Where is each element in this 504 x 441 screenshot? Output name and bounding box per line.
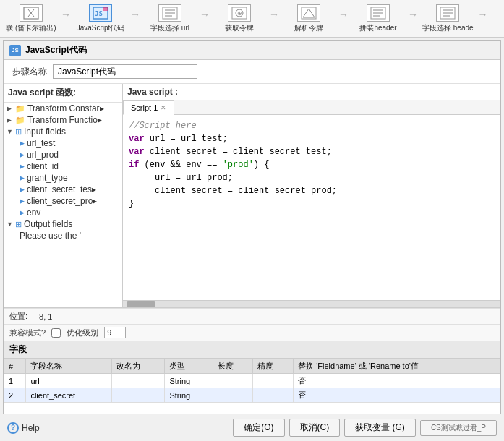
cell-num: 1: [4, 374, 26, 388]
right-panel: Java script : Script 1 ✕ //Script here v…: [123, 84, 500, 307]
cell-precision: [253, 374, 294, 388]
table-row[interactable]: 2 client_secret String 否: [4, 388, 500, 403]
fields-section: 字段 # 字段名称 改名为 类型 长度 精度 替换 'Fieldname' 或 …: [4, 341, 500, 403]
svg-text:JS: JS: [95, 10, 103, 17]
cell-length: [213, 374, 253, 388]
left-panel-header: Java script 函数:: [4, 84, 122, 103]
code-editor[interactable]: //Script here var url = url_test; var cl…: [123, 115, 500, 300]
tree-container[interactable]: ▶ 📁 Transform Constar▸ ▶ 📁 Transform Fun…: [4, 103, 122, 307]
cell-num: 2: [4, 388, 26, 403]
test-button[interactable]: CS测试瞧过君_P: [420, 420, 497, 436]
tree-item-input-fields[interactable]: ▼ ⊞ Input fields: [4, 126, 122, 137]
tree-item-env[interactable]: ▶ env: [4, 207, 122, 218]
step-name-input[interactable]: [53, 64, 197, 79]
col-precision: 精度: [253, 359, 294, 374]
position-label: 位置:: [9, 311, 27, 322]
step-parse-icon: [297, 4, 320, 22]
tree-item-client-id[interactable]: ▶ client_id: [4, 160, 122, 172]
step-assemble-label: 拼装header: [359, 23, 396, 33]
step-merge-label: 联 (笛卡尔输出): [6, 23, 56, 33]
folder-icon: 📁: [15, 104, 25, 114]
get-var-button[interactable]: 获取变量 (G): [344, 419, 416, 437]
status-row: 位置: 8, 1: [4, 308, 500, 325]
tree-item-url-test[interactable]: ▶ url_test: [4, 137, 122, 149]
tree-item-url-prod[interactable]: ▶ url_prod: [4, 149, 122, 160]
code-line-6: }: [129, 197, 495, 210]
cell-type: String: [165, 374, 213, 388]
output-group-icon: ⊞: [15, 220, 22, 229]
tree-label: client_secret_pro▸: [27, 196, 97, 206]
item-icon: ▶: [20, 140, 25, 147]
col-rename: 改名为: [112, 359, 165, 374]
step-js-label: JavaScript代码: [77, 23, 125, 33]
script-tab-1[interactable]: Script 1 ✕: [123, 100, 174, 115]
expand-icon-output: ▼: [7, 220, 14, 228]
cell-type: String: [165, 388, 213, 403]
step-merge[interactable]: 联 (笛卡尔输出): [6, 4, 56, 33]
cell-name: url: [26, 374, 112, 388]
tree-item-grant-type[interactable]: ▶ grant_type: [4, 172, 122, 184]
compat-checkbox[interactable]: [51, 328, 61, 338]
tree-label: Transform Constar▸: [27, 103, 104, 114]
item-icon: ▶: [20, 209, 25, 216]
item-icon: ▶: [20, 163, 25, 170]
tree-item-client-secret-prod[interactable]: ▶ client_secret_pro▸: [4, 195, 122, 207]
close-tab-icon[interactable]: ✕: [161, 104, 166, 111]
scrollbar-thumb: [127, 301, 155, 307]
tree-label: url_test: [27, 138, 55, 148]
tree-label: Transform Functio▸: [27, 115, 102, 125]
code-line-5: client_secret = client_secret_prod;: [129, 184, 495, 197]
help-button[interactable]: ? Help: [7, 422, 40, 434]
expand-icon-input: ▼: [7, 128, 14, 135]
col-replace: 替换 'Fieldname' 或 'Rename to'值: [294, 359, 500, 374]
horizontal-scrollbar[interactable]: [123, 300, 500, 307]
step-js[interactable]: JS JavaScript代码: [75, 4, 126, 33]
step-select-header-label: 字段选择 heade: [422, 23, 474, 33]
code-line-2: var client_secret = client_secret_test;: [129, 145, 495, 158]
item-icon: ▶: [20, 197, 25, 205]
compat-row: 兼容模式? 优化级别: [4, 325, 500, 341]
fields-header: 字段: [4, 341, 500, 359]
col-num: #: [4, 359, 26, 374]
panel-js-icon: JS: [9, 45, 21, 56]
step-get-token-icon: ⊕: [228, 4, 251, 22]
item-icon: ▶: [20, 151, 25, 158]
tree-item-transform-const[interactable]: ▶ 📁 Transform Constar▸: [4, 103, 122, 114]
step-select-header[interactable]: 字段选择 heade: [422, 4, 474, 33]
cell-rename: [112, 374, 165, 388]
col-length: 长度: [213, 359, 253, 374]
fields-table: # 字段名称 改名为 类型 长度 精度 替换 'Fieldname' 或 'Re…: [4, 359, 500, 403]
output-note: Please use the ': [20, 231, 81, 241]
opt-value-input[interactable]: [104, 327, 126, 338]
step-select-url[interactable]: 字段选择 url: [145, 4, 195, 33]
group-icon: ⊞: [15, 127, 22, 137]
step-assemble[interactable]: 拼装header: [353, 4, 403, 33]
tree-label: env: [27, 207, 40, 218]
col-type: 类型: [165, 359, 213, 374]
arrow-1: →: [61, 9, 71, 20]
arrow-7: →: [478, 9, 488, 20]
left-panel: Java script 函数: ▶ 📁 Transform Constar▸ ▶…: [4, 84, 123, 307]
tree-label-input-fields: Input fields: [24, 127, 66, 137]
table-row[interactable]: 1 url String 否: [4, 374, 500, 388]
tree-item-output-fields[interactable]: ▼ ⊞ Output fields: [4, 218, 122, 230]
arrow-5: →: [338, 9, 349, 20]
tree-label: grant_type: [27, 173, 68, 183]
step-get-token-label: 获取令牌: [225, 23, 254, 33]
code-line-4: url = url_prod;: [129, 171, 495, 184]
confirm-button[interactable]: 确定(O): [233, 419, 284, 437]
code-comment: //Script here: [129, 119, 495, 132]
compat-checkbox-group: [51, 328, 61, 338]
step-parse[interactable]: 解析令牌: [283, 4, 334, 33]
tree-label-output-fields: Output fields: [24, 219, 72, 229]
tree-item-client-secret-test[interactable]: ▶ client_secret_tes▸: [4, 184, 122, 195]
panel-title: JavaScript代码: [25, 44, 87, 56]
step-name-row: 步骤名称: [4, 60, 500, 84]
cell-rename: [112, 388, 165, 403]
main-panel: JS JavaScript代码 步骤名称 Java script 函数: ▶ 📁…: [3, 40, 501, 438]
step-js-icon: JS: [89, 4, 112, 22]
compat-label: 兼容模式?: [9, 327, 46, 338]
step-get-token[interactable]: ⊕ 获取令牌: [214, 4, 265, 33]
tree-item-transform-func[interactable]: ▶ 📁 Transform Functio▸: [4, 114, 122, 126]
cancel-button[interactable]: 取消(C): [289, 419, 341, 437]
